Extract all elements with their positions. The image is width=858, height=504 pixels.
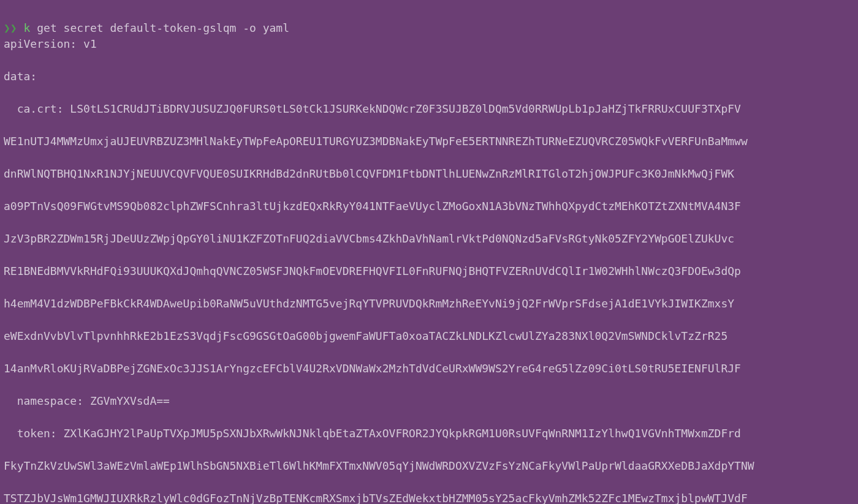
command-rest: get secret default-token-gslqm -o yaml [30,21,289,34]
terminal-window[interactable]: ❯❯ k get secret default-token-gslqm -o y… [0,0,858,504]
output-line: a09PTnVsQ09FWGtvMS9Qb082clphZWFSCnhra3lt… [4,198,854,215]
output-line: JzV3pBR2ZDWm15RjJDeUUzZWpjQpGY0liNU1KZFZ… [4,231,854,247]
output-line: namespace: ZGVmYXVsdA== [4,393,854,410]
output-line: 14anMvRloKUjRVaDBPejZGNExOc3JJS1ArYngzcE… [4,361,854,377]
output-line: token: ZXlKaGJHY2lPaUpTVXpJMU5pSXNJbXRwW… [4,426,854,442]
output-line: TSTZJbVJsWm1GMWJIUXRkRzlyWlc0dGFozTnNjVz… [4,491,854,504]
output-line: RE1BNEdBMVVkRHdFQi93UUUKQXdJQmhqQVNCZ05W… [4,263,854,280]
output-line: WE1nUTJ4MWMzUmxjaUJEUVRBZUZ3MHlNakEyTWpF… [4,134,854,150]
prompt-arrows: ❯❯ [4,21,17,34]
output-line: apiVersion: v1 [4,36,854,53]
output-line: FkyTnZkVzUwSWl3aWEzVmlaWEp1WlhSbGN5NXBie… [4,458,854,475]
command-highlight: k [24,21,31,34]
output-line: h4emM4V1dzWDBPeFBkCkR4WDAweUpib0RaNW5uVU… [4,296,854,312]
output-line: data: [4,69,854,85]
output-line: dnRWlNQTBHQ1NxR1NJYjNEUUVCQVFVQUE0SUIKRH… [4,166,854,182]
output-line: eWExdnVvbVlvTlpvnhhRkE2b1EzS3VqdjFscG9GS… [4,328,854,345]
output-line: ca.crt: LS0tLS1CRUdJTiBDRVJUSUZJQ0FURS0t… [4,101,854,118]
